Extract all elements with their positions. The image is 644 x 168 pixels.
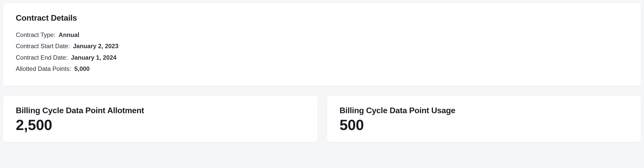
billing-allotment-value: 2,500 [16, 116, 305, 133]
contract-start-date-row: Contract Start Date: January 2, 2023 [16, 41, 628, 52]
billing-allotment-title: Billing Cycle Data Point Allotment [16, 106, 305, 115]
contract-end-date-row: Contract End Date: January 1, 2024 [16, 52, 628, 63]
allotted-data-points-value: 5,000 [74, 65, 90, 72]
contract-start-date-value: January 2, 2023 [73, 43, 119, 49]
contract-details-title: Contract Details [16, 13, 628, 23]
contract-details-card: Contract Details Contract Type: Annual C… [3, 3, 641, 86]
contract-end-date-value: January 1, 2024 [71, 54, 117, 61]
metrics-row: Billing Cycle Data Point Allotment 2,500… [3, 96, 641, 142]
contract-end-date-label: Contract End Date: [16, 54, 68, 61]
allotted-data-points-row: Allotted Data Points: 5,000 [16, 63, 628, 74]
allotted-data-points-label: Allotted Data Points: [16, 65, 71, 72]
contract-start-date-label: Contract Start Date: [16, 43, 70, 49]
billing-usage-title: Billing Cycle Data Point Usage [340, 106, 628, 115]
contract-type-value: Annual [59, 31, 79, 38]
contract-type-row: Contract Type: Annual [16, 29, 628, 41]
billing-usage-card: Billing Cycle Data Point Usage 500 [327, 96, 641, 142]
billing-usage-value: 500 [340, 116, 628, 133]
billing-allotment-card: Billing Cycle Data Point Allotment 2,500 [3, 96, 317, 142]
contract-type-label: Contract Type: [16, 31, 55, 38]
